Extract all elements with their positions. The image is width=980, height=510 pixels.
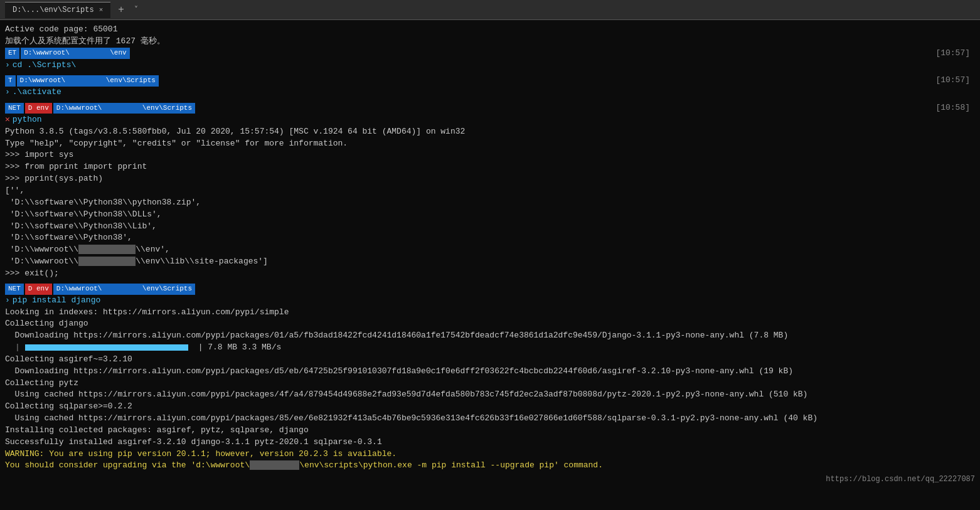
- title-bar: D:\...\env\Scripts × + ˅: [0, 0, 980, 20]
- terminal-output: Active code page: 65001 加载个人及系统配置文件用了 16…: [0, 20, 980, 510]
- terminal-prompt-line: NET D env D:\wwwroot\████\env\Scripts [1…: [5, 102, 975, 114]
- tab-dropdown-button[interactable]: ˅: [132, 5, 141, 14]
- ps-badge: NET: [5, 103, 24, 114]
- terminal-line-warning: WARNING: You are using pip version 20.1.…: [5, 449, 975, 460]
- terminal-line: 'D:\\wwwroot\\████\\env',: [5, 244, 975, 256]
- command-text: pip install django: [13, 295, 100, 307]
- terminal-line: >>> from pprint import pprint: [5, 161, 975, 173]
- env-badge: D env: [25, 103, 52, 114]
- terminal-tab[interactable]: D:\...\env\Scripts ×: [5, 2, 110, 18]
- terminal-line: Collecting django: [5, 318, 975, 330]
- terminal-line: 'D:\\software\\Python38\\python38.zip',: [5, 197, 975, 209]
- command-text: .\activate: [13, 87, 61, 98]
- terminal-line-warning: You should consider upgrading via the 'd…: [5, 460, 975, 472]
- terminal-line: Python 3.8.5 (tags/v3.8.5:580fbb0, Jul 2…: [5, 126, 975, 138]
- timestamp: [10:57]: [935, 75, 975, 87]
- terminal-line: >>> import sys: [5, 149, 975, 161]
- progress-bar-line: | | 7.8 MB 3.3 MB/s: [5, 342, 975, 354]
- chevron-icon: ›: [5, 87, 10, 98]
- terminal-line: Looking in indexes: https://mirrors.aliy…: [5, 307, 975, 319]
- terminal-line: 'D:\\wwwroot\\████\\env\\lib\\site-packa…: [5, 256, 975, 268]
- terminal-line: Downloading https://mirrors.aliyun.com/p…: [5, 366, 975, 378]
- terminal-line: Collecting sqlparse>=0.2.2: [5, 401, 975, 413]
- terminal-cmd-line: › pip install django: [5, 295, 975, 307]
- terminal-prompt-line: T D:\wwwroot\████\env\Scripts [10:57]: [5, 75, 975, 87]
- path-badge: D:\wwwroot\████\env: [21, 48, 129, 59]
- command-text: cd .\Scripts\: [13, 60, 76, 72]
- terminal-line: 'D:\\software\\Python38\\DLLs',: [5, 209, 975, 221]
- tab-label: D:\...\env\Scripts: [13, 6, 94, 14]
- terminal-prompt-line: ET D:\wwwroot\████\env [10:57]: [5, 48, 975, 60]
- terminal-line: >>> exit();: [5, 268, 975, 280]
- csdn-attribution: https://blog.csdn.net/qq_22227087: [5, 474, 975, 485]
- tab-close-button[interactable]: ×: [99, 6, 104, 14]
- path-badge: D:\wwwroot\████\env\Scripts: [53, 103, 195, 114]
- terminal-line: Using cached https://mirrors.aliyun.com/…: [5, 389, 975, 401]
- terminal-cmd-line: › .\activate: [5, 87, 975, 98]
- ps-badge: NET: [5, 284, 24, 295]
- terminal-cmd-line: ✕ python: [5, 114, 975, 126]
- path-badge: D:\wwwroot\████\env\Scripts: [17, 75, 159, 87]
- terminal-line: 加载个人及系统配置文件用了 1627 毫秒。: [5, 36, 975, 48]
- ps-badge: T: [5, 75, 16, 87]
- chevron-icon: ›: [5, 295, 10, 307]
- progress-text: | 7.8 MB 3.3 MB/s: [193, 342, 281, 354]
- terminal-line: Using cached https://mirrors.aliyun.com/…: [5, 413, 975, 425]
- env-badge: D env: [25, 284, 52, 295]
- terminal-line: Successfully installed asgiref-3.2.10 dj…: [5, 437, 975, 449]
- terminal-line: Active code page: 65001: [5, 24, 975, 36]
- terminal-line: >>> pprint(sys.path): [5, 173, 975, 185]
- ps-badge: ET: [5, 48, 19, 59]
- terminal-line: 'D:\\software\\Python38',: [5, 232, 975, 244]
- terminal-line: Collecting asgiref~=3.2.10: [5, 354, 975, 366]
- terminal-line: Installing collected packages: asgiref, …: [5, 425, 975, 437]
- terminal-prompt-line: NET D env D:\wwwroot\████\env\Scripts: [5, 284, 975, 295]
- progress-bar: [25, 344, 188, 351]
- chevron-icon: ›: [5, 60, 10, 72]
- terminal-line: Type "help", "copyright", "credits" or "…: [5, 138, 975, 150]
- command-text: python: [13, 114, 42, 126]
- terminal-line: ['',: [5, 185, 975, 197]
- terminal-line: Collecting pytz: [5, 378, 975, 390]
- terminal-cmd-line: › cd .\Scripts\: [5, 60, 975, 72]
- csdn-link: https://blog.csdn.net/qq_22227087: [826, 474, 975, 485]
- new-tab-button[interactable]: +: [113, 4, 129, 16]
- path-badge: D:\wwwroot\████\env\Scripts: [53, 284, 195, 295]
- terminal-line: Downloading https://mirrors.aliyun.com/p…: [5, 330, 975, 342]
- terminal-line: 'D:\\software\\Python38\\Lib',: [5, 221, 975, 233]
- chevron-icon: ✕: [5, 114, 10, 126]
- timestamp: [10:57]: [935, 48, 975, 60]
- timestamp: [10:58]: [935, 102, 975, 114]
